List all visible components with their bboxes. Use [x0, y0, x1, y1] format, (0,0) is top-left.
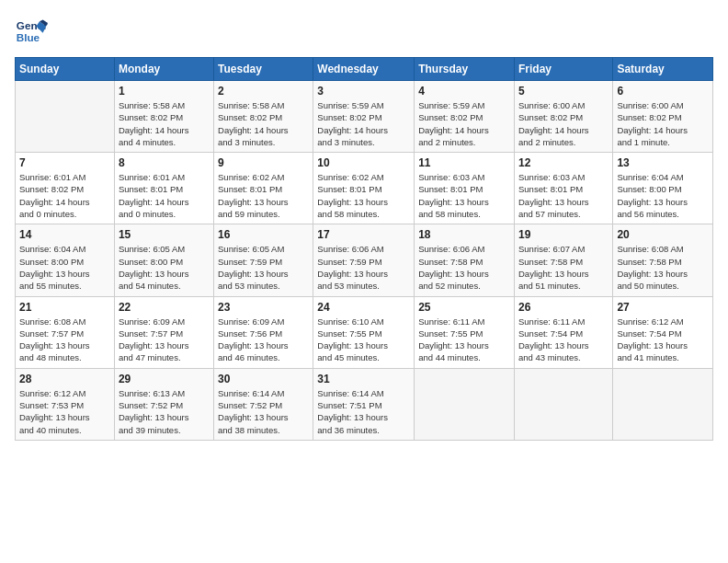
calendar-cell: 5Sunrise: 6:00 AM Sunset: 8:02 PM Daylig… [514, 81, 612, 153]
day-info: Sunrise: 6:01 AM Sunset: 8:01 PM Dayligh… [119, 171, 210, 220]
day-info: Sunrise: 6:13 AM Sunset: 7:52 PM Dayligh… [119, 387, 210, 436]
calendar-cell: 16Sunrise: 6:05 AM Sunset: 7:59 PM Dayli… [214, 224, 313, 296]
weekday-header-saturday: Saturday [613, 58, 713, 81]
day-number: 12 [518, 156, 609, 169]
day-info: Sunrise: 6:06 AM Sunset: 7:59 PM Dayligh… [317, 243, 410, 292]
calendar-cell: 2Sunrise: 5:58 AM Sunset: 8:02 PM Daylig… [214, 81, 313, 153]
day-info: Sunrise: 6:03 AM Sunset: 8:01 PM Dayligh… [418, 171, 510, 220]
day-info: Sunrise: 6:05 AM Sunset: 8:00 PM Dayligh… [119, 243, 210, 292]
day-number: 31 [317, 373, 410, 385]
weekday-header-sunday: Sunday [16, 58, 115, 81]
page-header: General Blue [15, 15, 713, 48]
calendar-cell: 27Sunrise: 6:12 AM Sunset: 7:54 PM Dayli… [613, 296, 713, 368]
day-info: Sunrise: 6:03 AM Sunset: 8:01 PM Dayligh… [518, 171, 609, 220]
day-info: Sunrise: 5:59 AM Sunset: 8:02 PM Dayligh… [317, 99, 410, 148]
calendar-cell: 6Sunrise: 6:00 AM Sunset: 8:02 PM Daylig… [613, 81, 713, 153]
calendar-cell [613, 368, 713, 440]
day-number: 10 [317, 156, 410, 169]
calendar-cell: 14Sunrise: 6:04 AM Sunset: 8:00 PM Dayli… [16, 224, 115, 296]
day-number: 19 [518, 228, 609, 241]
day-number: 11 [418, 156, 510, 169]
calendar-cell: 28Sunrise: 6:12 AM Sunset: 7:53 PM Dayli… [16, 368, 115, 440]
day-number: 23 [218, 301, 309, 314]
day-info: Sunrise: 6:07 AM Sunset: 7:58 PM Dayligh… [518, 243, 609, 292]
calendar-cell: 11Sunrise: 6:03 AM Sunset: 8:01 PM Dayli… [415, 153, 515, 224]
svg-text:Blue: Blue [17, 31, 40, 43]
calendar-cell: 23Sunrise: 6:09 AM Sunset: 7:56 PM Dayli… [214, 296, 313, 368]
day-number: 24 [317, 301, 410, 314]
day-info: Sunrise: 6:14 AM Sunset: 7:51 PM Dayligh… [317, 387, 410, 436]
calendar-table: SundayMondayTuesdayWednesdayThursdayFrid… [15, 57, 713, 441]
day-number: 22 [119, 301, 210, 314]
day-number: 3 [317, 85, 410, 98]
day-number: 6 [617, 85, 709, 98]
day-info: Sunrise: 6:06 AM Sunset: 7:58 PM Dayligh… [418, 243, 510, 292]
day-number: 29 [119, 373, 210, 385]
day-info: Sunrise: 6:11 AM Sunset: 7:55 PM Dayligh… [418, 316, 510, 364]
day-number: 21 [19, 301, 110, 314]
day-info: Sunrise: 6:08 AM Sunset: 7:58 PM Dayligh… [617, 243, 709, 292]
calendar-cell: 24Sunrise: 6:10 AM Sunset: 7:55 PM Dayli… [313, 296, 415, 368]
day-info: Sunrise: 6:12 AM Sunset: 7:54 PM Dayligh… [617, 316, 709, 364]
calendar-cell: 20Sunrise: 6:08 AM Sunset: 7:58 PM Dayli… [613, 224, 713, 296]
day-info: Sunrise: 6:00 AM Sunset: 8:02 PM Dayligh… [518, 99, 609, 148]
day-number: 20 [617, 228, 709, 241]
calendar-cell: 12Sunrise: 6:03 AM Sunset: 8:01 PM Dayli… [514, 153, 612, 224]
weekday-header-wednesday: Wednesday [313, 58, 415, 81]
calendar-cell: 21Sunrise: 6:08 AM Sunset: 7:57 PM Dayli… [16, 296, 115, 368]
day-info: Sunrise: 6:05 AM Sunset: 7:59 PM Dayligh… [218, 243, 309, 292]
calendar-cell: 13Sunrise: 6:04 AM Sunset: 8:00 PM Dayli… [613, 153, 713, 224]
day-info: Sunrise: 5:58 AM Sunset: 8:02 PM Dayligh… [218, 99, 309, 148]
day-number: 26 [518, 301, 609, 314]
day-info: Sunrise: 5:59 AM Sunset: 8:02 PM Dayligh… [418, 99, 510, 148]
day-number: 14 [19, 228, 110, 241]
day-info: Sunrise: 6:00 AM Sunset: 8:02 PM Dayligh… [617, 99, 709, 148]
calendar-cell: 3Sunrise: 5:59 AM Sunset: 8:02 PM Daylig… [313, 81, 415, 153]
day-number: 28 [19, 373, 110, 385]
day-number: 1 [119, 85, 210, 98]
day-number: 8 [119, 156, 210, 169]
day-info: Sunrise: 6:04 AM Sunset: 8:00 PM Dayligh… [19, 243, 110, 292]
weekday-header-tuesday: Tuesday [214, 58, 313, 81]
calendar-cell: 8Sunrise: 6:01 AM Sunset: 8:01 PM Daylig… [114, 153, 213, 224]
day-info: Sunrise: 6:09 AM Sunset: 7:56 PM Dayligh… [218, 316, 309, 364]
day-info: Sunrise: 6:14 AM Sunset: 7:52 PM Dayligh… [218, 387, 309, 436]
calendar-cell: 7Sunrise: 6:01 AM Sunset: 8:02 PM Daylig… [16, 153, 115, 224]
day-info: Sunrise: 6:02 AM Sunset: 8:01 PM Dayligh… [317, 171, 410, 220]
calendar-cell: 17Sunrise: 6:06 AM Sunset: 7:59 PM Dayli… [313, 224, 415, 296]
day-info: Sunrise: 5:58 AM Sunset: 8:02 PM Dayligh… [119, 99, 210, 148]
day-number: 15 [119, 228, 210, 241]
day-number: 7 [19, 156, 110, 169]
day-number: 25 [418, 301, 510, 314]
calendar-cell: 22Sunrise: 6:09 AM Sunset: 7:57 PM Dayli… [114, 296, 213, 368]
calendar-cell [415, 368, 515, 440]
calendar-cell [16, 81, 115, 153]
calendar-cell: 29Sunrise: 6:13 AM Sunset: 7:52 PM Dayli… [114, 368, 213, 440]
calendar-cell: 4Sunrise: 5:59 AM Sunset: 8:02 PM Daylig… [415, 81, 515, 153]
calendar-cell: 31Sunrise: 6:14 AM Sunset: 7:51 PM Dayli… [313, 368, 415, 440]
day-info: Sunrise: 6:02 AM Sunset: 8:01 PM Dayligh… [218, 171, 309, 220]
logo-icon: General Blue [15, 15, 48, 48]
day-number: 27 [617, 301, 709, 314]
calendar-cell: 19Sunrise: 6:07 AM Sunset: 7:58 PM Dayli… [514, 224, 612, 296]
calendar-cell: 10Sunrise: 6:02 AM Sunset: 8:01 PM Dayli… [313, 153, 415, 224]
day-number: 9 [218, 156, 309, 169]
logo: General Blue [15, 15, 48, 48]
day-number: 18 [418, 228, 510, 241]
day-info: Sunrise: 6:10 AM Sunset: 7:55 PM Dayligh… [317, 316, 410, 364]
calendar-cell: 30Sunrise: 6:14 AM Sunset: 7:52 PM Dayli… [214, 368, 313, 440]
calendar-cell: 18Sunrise: 6:06 AM Sunset: 7:58 PM Dayli… [415, 224, 515, 296]
day-number: 17 [317, 228, 410, 241]
calendar-cell: 9Sunrise: 6:02 AM Sunset: 8:01 PM Daylig… [214, 153, 313, 224]
day-info: Sunrise: 6:11 AM Sunset: 7:54 PM Dayligh… [518, 316, 609, 364]
day-number: 13 [617, 156, 709, 169]
calendar-cell: 15Sunrise: 6:05 AM Sunset: 8:00 PM Dayli… [114, 224, 213, 296]
weekday-header-monday: Monday [114, 58, 213, 81]
day-info: Sunrise: 6:01 AM Sunset: 8:02 PM Dayligh… [19, 171, 110, 220]
day-number: 5 [518, 85, 609, 98]
day-info: Sunrise: 6:09 AM Sunset: 7:57 PM Dayligh… [119, 316, 210, 364]
day-number: 4 [418, 85, 510, 98]
day-number: 2 [218, 85, 309, 98]
calendar-cell [514, 368, 612, 440]
day-info: Sunrise: 6:04 AM Sunset: 8:00 PM Dayligh… [617, 171, 709, 220]
